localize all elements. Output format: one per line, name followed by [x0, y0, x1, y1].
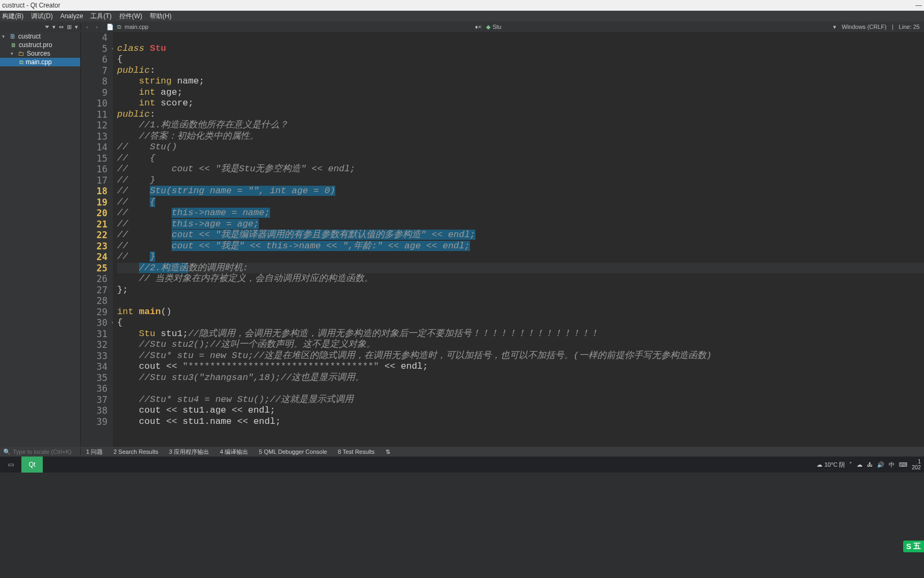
search-icon: 🔍: [3, 448, 11, 455]
ime-lang-icon[interactable]: 中: [889, 461, 895, 469]
output-pane-tabs: 🔍 1 问题 2 Search Results 3 应用程序输出 4 编译输出 …: [0, 447, 924, 457]
pro-file-item[interactable]: 🗎 custruct.pro: [0, 41, 80, 49]
menu-help[interactable]: 帮助(H): [150, 12, 172, 21]
class-icon: ◆: [486, 24, 490, 31]
line-ending-label[interactable]: Windows (CRLF): [842, 24, 887, 31]
taskview-button[interactable]: ▭: [0, 457, 21, 473]
source-file-name: main.cpp: [26, 58, 52, 66]
pro-file-icon: 🗎: [11, 42, 17, 48]
open-file-name: main.cpp: [125, 24, 149, 30]
output-tab-qml[interactable]: 5 QML Debugger Console: [253, 448, 332, 455]
output-tab-toggle-icon[interactable]: ⇅: [380, 448, 396, 455]
window-title: custruct - Qt Creator: [2, 2, 60, 9]
onedrive-icon[interactable]: ☁: [857, 461, 863, 468]
menu-debug[interactable]: 调试(D): [31, 12, 53, 21]
nav-back-icon[interactable]: ‹: [83, 24, 91, 30]
minimize-button[interactable]: —: [915, 2, 922, 9]
cursor-position-label[interactable]: Line: 25: [899, 24, 920, 31]
symbol-name: Stu: [492, 24, 502, 30]
line-number-gutter[interactable]: ▾ ▾ 456789101112131415161718192021222324…: [81, 32, 113, 447]
editor-toolbar: ▾ ⇔ ⊞ ▾ ‹ › 📄 ⧉ main.cpp ♦ × ◆ Stu ▾ Win…: [0, 21, 924, 32]
cloud-icon: ☁: [817, 461, 822, 468]
main-area: ▾ 🗎 custruct 🗎 custruct.pro ▾ 🗀 Sources …: [0, 32, 924, 447]
ime-logo-icon: S: [906, 542, 911, 551]
pro-file-name: custruct.pro: [19, 41, 52, 49]
tray-time: 1: [912, 459, 921, 465]
system-tray: ☁ 10°C 阴 ˄ ☁ 🖧 🔊 中 ⌨ 1 202: [817, 459, 924, 470]
menubar: 构建(B) 调试(D) Analyze 工具(T) 控件(W) 帮助(H): [0, 11, 924, 21]
project-toolbar: ▾ ⇔ ⊞ ▾: [0, 24, 81, 31]
output-tab-tests[interactable]: 8 Test Results: [333, 448, 380, 455]
expand-icon[interactable]: ▾: [2, 34, 7, 39]
expand-icon[interactable]: ▾: [11, 51, 16, 56]
project-root[interactable]: ▾ 🗎 custruct: [0, 32, 80, 41]
network-icon[interactable]: 🖧: [867, 461, 873, 468]
window-controls: —: [909, 2, 922, 9]
cpp-file-icon: ⧉: [19, 59, 24, 66]
output-tab-compile[interactable]: 4 编译输出: [214, 448, 253, 456]
folder-icon: 🗀: [18, 50, 25, 57]
qtcreator-taskbar-icon[interactable]: Qt: [21, 457, 43, 473]
project-sidebar: ▾ 🗎 custruct 🗎 custruct.pro ▾ 🗀 Sources …: [0, 32, 81, 447]
folder-name: Sources: [27, 50, 50, 57]
weather-text: 10°C 阴: [825, 461, 845, 469]
cpp-file-icon: ⧉: [117, 24, 121, 31]
editor-status: ▾ Windows (CRLF) | Line: 25: [829, 24, 924, 31]
ime-mode-icon[interactable]: ⌨: [899, 461, 907, 468]
window-titlebar: custruct - Qt Creator —: [0, 0, 924, 11]
volume-icon[interactable]: 🔊: [877, 461, 884, 468]
split-icon[interactable]: ⊞: [67, 24, 72, 31]
menu-widgets[interactable]: 控件(W): [119, 12, 142, 21]
status-separator: |: [892, 24, 894, 31]
nav-controls: ‹ ›: [81, 24, 103, 30]
project-dropdown-icon[interactable]: [45, 26, 49, 28]
symbol-breadcrumb[interactable]: ◆ Stu: [481, 24, 506, 31]
output-tab-search[interactable]: 2 Search Results: [108, 448, 164, 455]
symbol-dropdown-icon[interactable]: ▾: [833, 24, 836, 31]
source-file-item[interactable]: ⧉ main.cpp: [0, 58, 80, 66]
ime-badge[interactable]: S 五: [903, 541, 924, 552]
sources-folder[interactable]: ▾ 🗀 Sources: [0, 49, 80, 58]
os-taskbar: ▭ Qt ☁ 10°C 阴 ˄ ☁ 🖧 🔊 中 ⌨ 1 202: [0, 457, 924, 473]
menu-analyze[interactable]: Analyze: [60, 12, 83, 20]
tray-chevron-icon[interactable]: ˄: [849, 461, 852, 468]
output-tab-appoutput[interactable]: 3 应用程序输出: [164, 448, 214, 456]
tray-clock[interactable]: 1 202: [912, 459, 921, 470]
output-tab-issues[interactable]: 1 问题: [81, 448, 108, 456]
nav-forward-icon[interactable]: ›: [93, 24, 101, 30]
weather-widget[interactable]: ☁ 10°C 阴: [817, 461, 845, 469]
menu-tools[interactable]: 工具(T): [90, 12, 111, 21]
link-icon[interactable]: ⇔: [59, 24, 64, 31]
project-icon: 🗎: [10, 33, 16, 40]
locator-input[interactable]: [13, 448, 77, 455]
file-list-dropdown-icon[interactable]: 📄: [106, 24, 114, 31]
open-file-tab[interactable]: 📄 ⧉ main.cpp: [103, 24, 152, 31]
ime-text: 五: [913, 542, 921, 551]
locator[interactable]: 🔍: [0, 448, 81, 455]
code-editor[interactable]: class Stu{public: string name; int age; …: [113, 32, 924, 447]
tray-date: 202: [912, 465, 921, 470]
menu-build[interactable]: 构建(B): [2, 12, 24, 21]
expand-icon[interactable]: ▾: [75, 24, 78, 31]
filter-icon[interactable]: ▾: [52, 24, 56, 31]
project-name: custruct: [18, 33, 41, 40]
